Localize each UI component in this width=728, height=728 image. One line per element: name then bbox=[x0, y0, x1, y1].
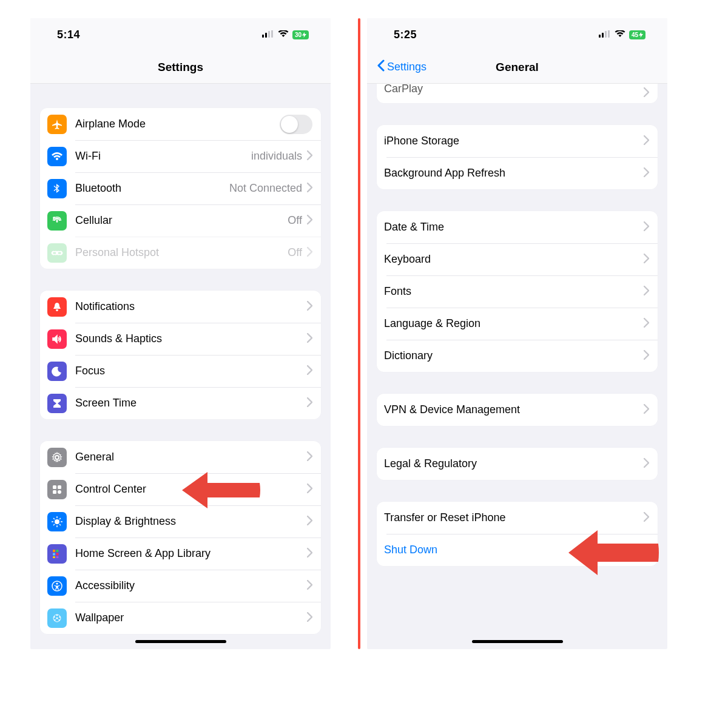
svg-rect-36 bbox=[605, 31, 607, 38]
svg-rect-35 bbox=[602, 33, 604, 38]
settings-group-connectivity: Airplane Mode Wi-Fi individuals Bluetoot… bbox=[40, 108, 321, 269]
row-general[interactable]: General bbox=[40, 441, 321, 473]
cellular-icon bbox=[47, 211, 67, 231]
cellular-signal-icon bbox=[599, 29, 611, 40]
svg-line-16 bbox=[53, 524, 55, 525]
svg-line-14 bbox=[53, 518, 55, 519]
row-personal-hotspot[interactable]: Personal Hotspot Off bbox=[40, 237, 321, 269]
svg-rect-23 bbox=[53, 556, 55, 558]
back-button[interactable]: Settings bbox=[377, 59, 426, 75]
chevron-right-icon bbox=[307, 397, 312, 410]
row-legal[interactable]: Legal & Regulatory bbox=[377, 448, 658, 480]
row-wallpaper[interactable]: Wallpaper bbox=[40, 602, 321, 634]
svg-point-33 bbox=[56, 617, 58, 619]
battery-level: 30 bbox=[292, 30, 309, 39]
chevron-right-icon bbox=[307, 451, 312, 463]
settings-label: General bbox=[75, 451, 307, 463]
row-focus[interactable]: Focus bbox=[40, 355, 321, 387]
row-vpn[interactable]: VPN & Device Management bbox=[377, 394, 658, 426]
chevron-right-icon bbox=[307, 247, 312, 259]
settings-label: Fonts bbox=[384, 285, 644, 298]
svg-rect-0 bbox=[262, 35, 264, 38]
settings-label: VPN & Device Management bbox=[384, 403, 644, 416]
wifi-icon bbox=[47, 147, 67, 166]
svg-rect-18 bbox=[53, 550, 55, 552]
row-cellular[interactable]: Cellular Off bbox=[40, 204, 321, 237]
row-wifi[interactable]: Wi-Fi individuals bbox=[40, 140, 321, 172]
svg-rect-2 bbox=[268, 31, 270, 38]
row-display[interactable]: Display & Brightness bbox=[40, 505, 321, 538]
settings-label: Transfer or Reset iPhone bbox=[384, 511, 644, 524]
chevron-left-icon bbox=[377, 59, 385, 75]
screentime-icon bbox=[47, 394, 67, 413]
status-time: 5:25 bbox=[394, 29, 417, 41]
settings-group-vpn: VPN & Device Management bbox=[377, 394, 658, 426]
status-bar: 5:25 45 bbox=[367, 18, 667, 51]
status-bar: 5:14 30 bbox=[30, 18, 331, 51]
hotspot-icon bbox=[47, 243, 67, 263]
row-airplane-mode[interactable]: Airplane Mode bbox=[40, 108, 321, 140]
settings-label: Personal Hotspot bbox=[75, 246, 288, 259]
svg-rect-21 bbox=[53, 553, 55, 555]
row-fonts[interactable]: Fonts bbox=[377, 275, 658, 308]
svg-rect-1 bbox=[265, 33, 267, 38]
battery-level: 45 bbox=[629, 30, 645, 39]
row-date-time[interactable]: Date & Time bbox=[377, 211, 658, 243]
wifi-icon bbox=[615, 29, 625, 40]
home-indicator[interactable] bbox=[472, 640, 563, 643]
row-bluetooth[interactable]: Bluetooth Not Connected bbox=[40, 172, 321, 204]
row-background-app-refresh[interactable]: Background App Refresh bbox=[377, 157, 658, 189]
row-iphone-storage[interactable]: iPhone Storage bbox=[377, 125, 658, 157]
row-keyboard[interactable]: Keyboard bbox=[377, 243, 658, 275]
home-indicator[interactable] bbox=[135, 640, 226, 643]
settings-label: Sounds & Haptics bbox=[75, 332, 307, 345]
svg-rect-19 bbox=[56, 550, 59, 552]
svg-rect-6 bbox=[58, 485, 61, 489]
svg-point-31 bbox=[54, 619, 55, 620]
chevron-right-icon bbox=[307, 215, 312, 227]
settings-group-storage: iPhone Storage Background App Refresh bbox=[377, 125, 658, 189]
page-title: General bbox=[496, 61, 539, 74]
svg-rect-3 bbox=[271, 30, 273, 38]
chevron-right-icon bbox=[307, 484, 312, 496]
settings-group-reset: Transfer or Reset iPhone Shut Down bbox=[377, 502, 658, 566]
settings-label: Language & Region bbox=[384, 317, 644, 330]
row-shut-down[interactable]: Shut Down bbox=[377, 534, 658, 566]
display-icon bbox=[47, 512, 67, 531]
chevron-right-icon bbox=[307, 548, 312, 560]
settings-group-input: Date & Time Keyboard Fonts Language & Re… bbox=[377, 211, 658, 372]
row-carplay[interactable]: CarPlay bbox=[377, 84, 658, 103]
settings-label: Control Center bbox=[75, 483, 307, 496]
settings-label: Screen Time bbox=[75, 397, 307, 410]
settings-label: Home Screen & App Library bbox=[75, 547, 307, 560]
notifications-icon bbox=[47, 297, 67, 317]
row-sounds[interactable]: Sounds & Haptics bbox=[40, 323, 321, 355]
chevron-right-icon bbox=[644, 87, 649, 99]
row-language-region[interactable]: Language & Region bbox=[377, 308, 658, 340]
settings-group-peek: CarPlay bbox=[377, 84, 658, 103]
row-transfer-reset[interactable]: Transfer or Reset iPhone bbox=[377, 502, 658, 534]
settings-label: CarPlay bbox=[384, 84, 644, 95]
row-home-screen[interactable]: Home Screen & App Library bbox=[40, 538, 321, 570]
settings-label: Dictionary bbox=[384, 349, 644, 362]
settings-label: iPhone Storage bbox=[384, 135, 644, 147]
row-dictionary[interactable]: Dictionary bbox=[377, 340, 658, 372]
settings-group-legal: Legal & Regulatory bbox=[377, 448, 658, 480]
chevron-right-icon bbox=[644, 318, 649, 330]
nav-header: Settings General bbox=[367, 51, 667, 84]
row-notifications[interactable]: Notifications bbox=[40, 291, 321, 323]
screenshot-general: 5:25 45 Settings General CarPlay bbox=[367, 18, 667, 649]
row-screen-time[interactable]: Screen Time bbox=[40, 387, 321, 419]
svg-line-15 bbox=[59, 524, 61, 525]
settings-label: Display & Brightness bbox=[75, 515, 307, 528]
page-title: Settings bbox=[158, 61, 203, 74]
row-control-center[interactable]: Control Center bbox=[40, 473, 321, 505]
svg-rect-5 bbox=[53, 485, 56, 489]
chevron-right-icon bbox=[644, 135, 649, 147]
settings-value: individuals bbox=[251, 150, 302, 163]
airplane-toggle[interactable] bbox=[280, 115, 312, 134]
wifi-icon bbox=[278, 29, 289, 40]
row-accessibility[interactable]: Accessibility bbox=[40, 570, 321, 602]
svg-point-8 bbox=[58, 490, 61, 494]
svg-point-9 bbox=[55, 519, 59, 524]
